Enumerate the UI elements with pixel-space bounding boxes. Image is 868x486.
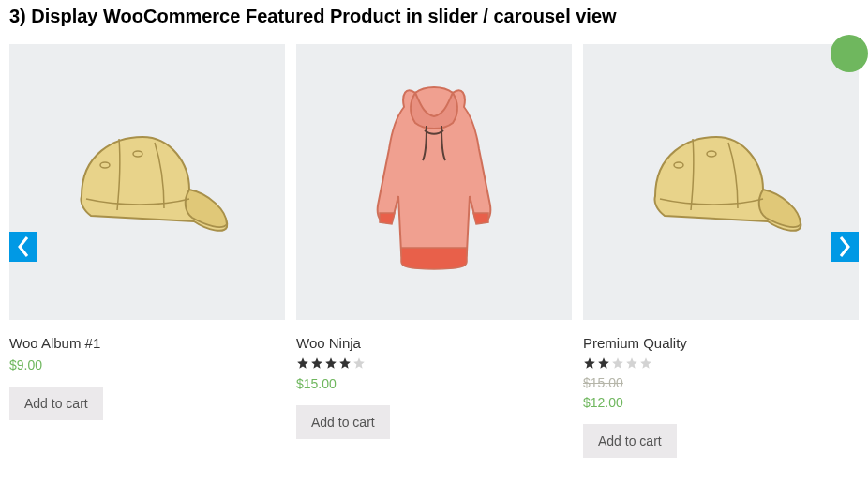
product-card[interactable]: Premium Quality $15.00 $12.00 Add to car… bbox=[583, 44, 859, 458]
product-title: Woo Album #1 bbox=[9, 335, 285, 351]
carousel-track: Woo Album #1 $9.00 Add to cart bbox=[9, 44, 859, 458]
star-icon bbox=[296, 357, 309, 370]
star-icon bbox=[324, 357, 337, 370]
cap-illustration bbox=[627, 116, 815, 248]
star-icon bbox=[583, 357, 596, 370]
sale-badge bbox=[831, 35, 868, 72]
product-title: Woo Ninja bbox=[296, 335, 572, 351]
add-to-cart-button[interactable]: Add to cart bbox=[583, 424, 677, 458]
product-card[interactable]: Woo Album #1 $9.00 Add to cart bbox=[9, 44, 285, 458]
chevron-left-icon bbox=[17, 236, 30, 257]
product-old-price: $15.00 bbox=[583, 375, 859, 390]
chevron-right-icon bbox=[838, 236, 851, 257]
product-price: $12.00 bbox=[583, 395, 623, 410]
carousel-next-button[interactable] bbox=[831, 232, 859, 262]
star-icon bbox=[611, 357, 624, 370]
hoodie-illustration bbox=[340, 74, 528, 290]
product-price: $9.00 bbox=[9, 357, 42, 372]
product-image bbox=[583, 44, 859, 320]
star-icon bbox=[639, 357, 652, 370]
product-price: $15.00 bbox=[296, 376, 337, 391]
add-to-cart-button[interactable]: Add to cart bbox=[9, 387, 103, 420]
star-icon bbox=[597, 357, 610, 370]
product-image bbox=[296, 44, 572, 320]
product-card[interactable]: Woo Ninja $15.00 Add to cart bbox=[296, 44, 572, 458]
section-heading: 3) Display WooCommerce Featured Product … bbox=[0, 0, 868, 44]
star-icon bbox=[625, 357, 638, 370]
star-icon bbox=[352, 357, 366, 370]
carousel-prev-button[interactable] bbox=[9, 232, 37, 262]
carousel: Woo Album #1 $9.00 Add to cart bbox=[0, 44, 868, 458]
star-icon bbox=[310, 357, 323, 370]
product-title: Premium Quality bbox=[583, 335, 859, 351]
product-rating bbox=[583, 357, 859, 370]
star-icon bbox=[338, 357, 352, 370]
product-image bbox=[9, 44, 285, 320]
cap-illustration bbox=[53, 116, 241, 248]
product-rating bbox=[296, 357, 572, 370]
add-to-cart-button[interactable]: Add to cart bbox=[296, 405, 390, 439]
